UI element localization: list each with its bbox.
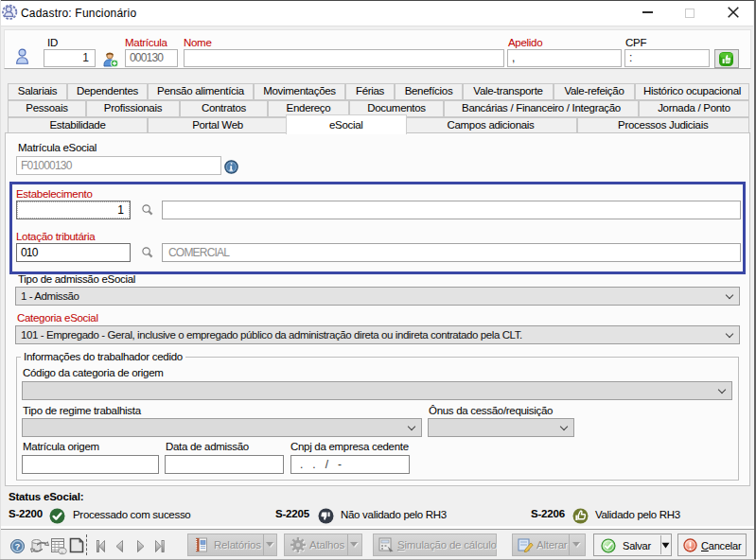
svg-text:?: ?: [14, 541, 20, 551]
